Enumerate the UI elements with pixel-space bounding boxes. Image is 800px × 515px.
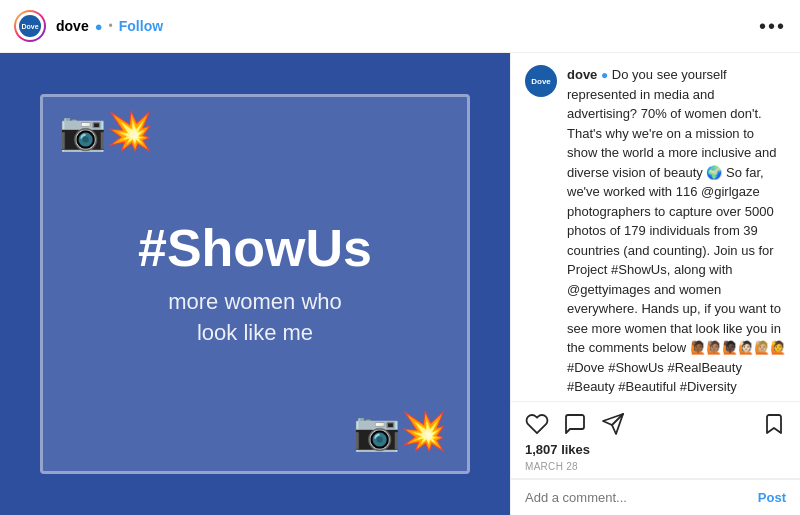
action-icons-row xyxy=(525,412,786,436)
post-image: 📷💥 #ShowUs more women who look like me 📷… xyxy=(0,53,510,515)
avatar-ring[interactable]: Dove xyxy=(14,10,46,42)
post-right-panel: Dove dove ● Do you see yourself represen… xyxy=(510,53,800,515)
bookmark-button[interactable] xyxy=(762,412,786,436)
polaroid-frame: 📷💥 #ShowUs more women who look like me 📷… xyxy=(40,94,470,474)
header-username[interactable]: dove xyxy=(56,18,89,34)
post-date: MARCH 28 xyxy=(525,461,786,472)
comment-button[interactable] xyxy=(563,412,587,436)
post-header: Dove dove ● • Follow ••• xyxy=(0,0,800,53)
more-options-button[interactable]: ••• xyxy=(759,16,786,36)
camera-bottom-right-emoji: 📷💥 xyxy=(353,409,447,453)
caption-avatar: Dove xyxy=(525,65,557,97)
caption-area: Dove dove ● Do you see yourself represen… xyxy=(511,53,800,402)
camera-top-left-emoji: 📷💥 xyxy=(59,109,153,153)
brand-avatar: Dove xyxy=(19,15,41,37)
action-bar: 1,807 likes MARCH 28 xyxy=(511,402,800,479)
heart-icon xyxy=(525,412,549,436)
post-comment-button[interactable]: Post xyxy=(758,490,786,505)
caption-body: Do you see yourself represented in media… xyxy=(567,67,786,402)
caption-text-block: dove ● Do you see yourself represented i… xyxy=(567,65,786,402)
post-content: 📷💥 #ShowUs more women who look like me 📷… xyxy=(0,53,800,515)
follow-button[interactable]: Follow xyxy=(119,18,163,34)
caption-username[interactable]: dove xyxy=(567,67,597,82)
comment-area: Post xyxy=(511,479,800,515)
comment-input[interactable] xyxy=(525,490,750,505)
share-button[interactable] xyxy=(601,412,625,436)
caption-user-row: Dove dove ● Do you see yourself represen… xyxy=(525,65,786,402)
verified-badge: ● xyxy=(95,19,103,34)
comment-icon xyxy=(563,412,587,436)
likes-count: 1,807 likes xyxy=(525,442,786,457)
dot-separator: • xyxy=(109,19,113,33)
hashtag-text: #ShowUs xyxy=(138,220,372,277)
header-info: dove ● • Follow xyxy=(56,18,759,34)
caption-verified-icon: ● xyxy=(601,68,608,82)
subtitle-text: more women who look like me xyxy=(168,287,342,349)
share-icon xyxy=(601,412,625,436)
caption-avatar-logo: Dove xyxy=(527,67,555,95)
like-button[interactable] xyxy=(525,412,549,436)
bookmark-icon xyxy=(762,412,786,436)
